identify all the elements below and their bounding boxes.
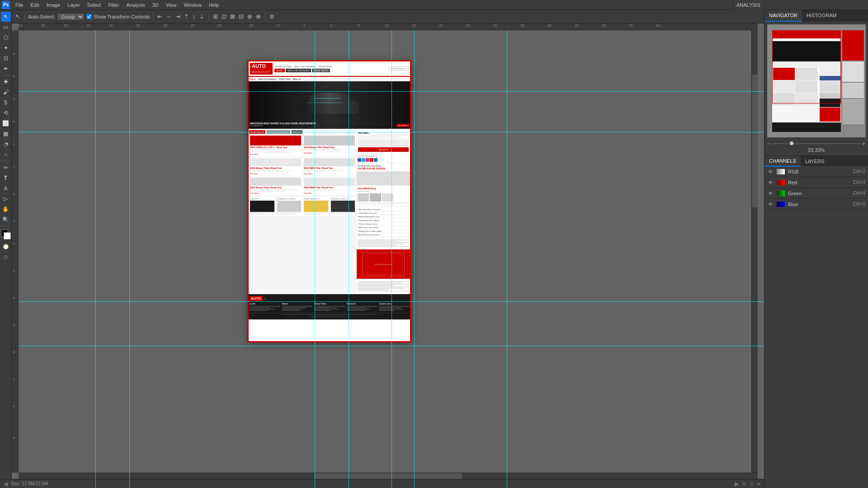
channels-tab[interactable]: CHANNELS: [764, 156, 801, 167]
document-canvas[interactable]: AUTOMIDDLEEAST All About Cars New Car Re…: [248, 61, 411, 341]
distribute-bottom-icon[interactable]: ⊗: [255, 13, 262, 20]
layers-tab[interactable]: LAYERS: [801, 156, 829, 167]
distribute-center-h-icon[interactable]: ⊡: [221, 13, 227, 20]
menu-help[interactable]: Help: [205, 0, 223, 10]
hero-caption: MERCEDES-BENZ SHOWS S-CLASS COUPE 'MASTE…: [250, 122, 316, 127]
align-center-h-icon[interactable]: ↔: [165, 13, 173, 20]
ruler-vertical: 7 6 5 4 3 2 1 0 1 2 3 4 5 6 7 8 9: [12, 30, 19, 473]
ruler-label: 35: [136, 23, 140, 28]
channels-layers-tabs: CHANNELS LAYERS: [764, 155, 868, 166]
status-icon-2[interactable]: ⊡: [750, 481, 753, 486]
lasso-tool[interactable]: ⬡: [1, 33, 11, 42]
menu-file[interactable]: File: [12, 0, 27, 10]
healing-tool[interactable]: ✚: [1, 77, 11, 87]
menu-filter[interactable]: Filter: [104, 0, 123, 10]
ruler-v-label: 0: [12, 193, 16, 195]
menu-view[interactable]: View: [162, 0, 180, 10]
channel-eye-rgb[interactable]: 👁: [767, 169, 774, 175]
navigator-tab[interactable]: NAVIGATOR: [764, 10, 802, 22]
eyedropper-tool[interactable]: ✒: [1, 64, 11, 74]
menu-select[interactable]: Select: [84, 0, 105, 10]
ruler-label: 55: [41, 23, 45, 28]
distribute-top-icon[interactable]: ⊟: [238, 13, 245, 20]
stamp-tool[interactable]: S: [1, 98, 11, 108]
footer-col-5: Green Cars: [379, 302, 410, 311]
fg-bg-color-picker[interactable]: [1, 230, 11, 239]
path-select-tool[interactable]: A: [1, 183, 11, 193]
magic-wand-tool[interactable]: ✦: [1, 43, 11, 53]
ruler-label: 30: [163, 23, 167, 28]
vertical-scrollbar[interactable]: [751, 30, 758, 473]
ruler-label: 20: [439, 23, 443, 28]
pen-tool[interactable]: ✏: [1, 163, 11, 173]
sidebar-article: [357, 238, 410, 249]
channel-row-red[interactable]: 👁 Red Ctrl+3: [764, 177, 868, 188]
distribute-left-icon[interactable]: ⊞: [212, 13, 219, 20]
ruler-v-label: 5: [12, 75, 16, 77]
eraser-tool[interactable]: ⬜: [1, 118, 11, 128]
channel-eye-blue[interactable]: 👁: [767, 201, 774, 207]
text-tool[interactable]: T: [1, 173, 11, 183]
zoom-slider-track[interactable]: [772, 143, 860, 144]
guide-vertical-1: [95, 30, 96, 488]
ruler-label: 15: [412, 23, 416, 28]
canvas-area[interactable]: AUTOMIDDLEEAST All About Cars New Car Re…: [19, 30, 764, 488]
show-transform-checkbox[interactable]: [86, 14, 92, 19]
shape-tool[interactable]: ▷: [1, 194, 11, 204]
auto-select-label: Auto-Select:: [28, 14, 55, 19]
histogram-tab[interactable]: HISTOGRAM: [802, 10, 841, 22]
blur-tool[interactable]: ◔: [1, 139, 11, 149]
ruler-label: 40: [109, 23, 113, 28]
menu-image[interactable]: Image: [43, 0, 64, 10]
menu-window[interactable]: Window: [180, 0, 205, 10]
channel-shortcut-green: Ctrl+4: [853, 191, 865, 196]
align-top-icon[interactable]: ⇡: [183, 13, 190, 20]
social-widget: LET'S CONNECT ///: [357, 154, 410, 163]
auto-align-icon[interactable]: ⊜: [269, 13, 275, 20]
crop-tool[interactable]: ⊡: [1, 53, 11, 63]
status-icon-3[interactable]: ⊕: [757, 481, 760, 486]
hand-tool[interactable]: ✋: [1, 204, 11, 214]
align-bottom-icon[interactable]: ⇣: [198, 13, 205, 20]
channel-row-green[interactable]: 👁 Green Ctrl+4: [764, 188, 868, 199]
align-right-icon[interactable]: ⇥: [175, 13, 181, 20]
ruler-label: 50: [64, 23, 68, 28]
status-icon-1[interactable]: ⊞: [742, 481, 746, 486]
screen-mode-btn[interactable]: □: [1, 252, 11, 262]
channel-row-rgb[interactable]: 👁 RGB Ctrl+2: [764, 166, 868, 177]
history-tool[interactable]: ⟲: [1, 108, 11, 118]
menu-layer[interactable]: Layer: [64, 0, 84, 10]
zoom-in-icon[interactable]: +: [863, 141, 865, 146]
selection-tool[interactable]: ▭: [1, 22, 11, 32]
channel-eye-red[interactable]: 👁: [767, 179, 774, 186]
v-scroll-thumb[interactable]: [752, 75, 758, 207]
horizontal-scrollbar[interactable]: [19, 473, 758, 479]
gradient-tool[interactable]: ▦: [1, 129, 11, 139]
zoom-out-icon[interactable]: −: [767, 141, 770, 146]
move-tool[interactable]: ↖: [1, 12, 11, 22]
brush-tool[interactable]: 🖌: [1, 87, 11, 97]
menu-edit[interactable]: Edit: [27, 0, 43, 10]
h-scroll-thumb[interactable]: [314, 473, 462, 479]
guide-horizontal-4: [19, 346, 764, 346]
dodge-tool[interactable]: ○: [1, 150, 11, 160]
align-center-v-icon[interactable]: ↕: [192, 13, 197, 20]
channel-name-blue: Blue: [788, 202, 850, 207]
distribute-right-icon[interactable]: ⊠: [229, 13, 236, 20]
zoom-slider-thumb[interactable]: [790, 141, 793, 145]
menu-analysis[interactable]: Analysis: [123, 0, 149, 10]
background-color[interactable]: [4, 232, 11, 239]
channel-eye-green[interactable]: 👁: [767, 190, 774, 197]
zoom-tool[interactable]: 🔍: [1, 215, 11, 225]
chevrolet-logo: CHEVROLET: [389, 66, 409, 71]
channel-row-blue[interactable]: 👁 Blue Ctrl+5: [764, 199, 868, 210]
distribute-center-v-icon[interactable]: ⊕: [246, 13, 253, 20]
selection-left: [247, 60, 249, 343]
quick-mask-btn[interactable]: [1, 242, 11, 252]
sidebar-text: [357, 280, 410, 293]
auto-select-dropdown[interactable]: Group Layer: [57, 13, 85, 21]
align-left-icon[interactable]: ⇤: [156, 13, 163, 20]
channel-shortcut-rgb: Ctrl+2: [853, 169, 865, 174]
guide-vertical-6: [414, 30, 415, 488]
menu-3d[interactable]: 3D: [149, 0, 162, 10]
